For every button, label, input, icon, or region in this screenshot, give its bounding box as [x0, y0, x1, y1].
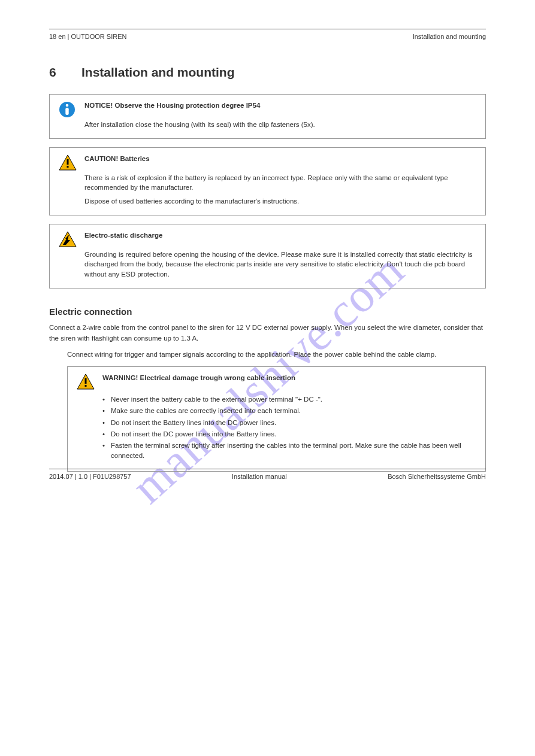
footer-right: Bosch Sicherheitssysteme GmbH: [388, 473, 486, 480]
list-item: Make sure the cables are correctly inser…: [102, 406, 477, 416]
section-title: 6Installation and mounting: [49, 65, 486, 80]
esd-box: Electro-static discharge Grounding is re…: [49, 224, 486, 289]
list-item: Do not insert the DC power lines into th…: [102, 429, 477, 439]
section-number: 6: [49, 65, 81, 80]
header-right: Installation and mounting: [413, 33, 486, 40]
warning-box-electrical: WARNING! Electrical damage trough wrong …: [67, 366, 486, 472]
footer-left: 2014.07 | 1.0 | F01U298757: [49, 473, 131, 480]
header-rule: [49, 29, 486, 29]
warning-list: Never insert the battery cable to the ex…: [102, 394, 477, 462]
caution-triangle-icon: [58, 154, 78, 172]
list-item: Never insert the battery cable to the ex…: [102, 394, 477, 405]
para-1: Connect a 2-wire cable from the control …: [49, 323, 486, 344]
footer-center: Installation manual: [232, 473, 287, 480]
svg-rect-9: [85, 385, 87, 387]
caution-line-1: There is a risk of explosion if the batt…: [84, 173, 477, 193]
svg-rect-2: [65, 108, 68, 115]
caution-box-batteries: CAUTION! Batteries There is a risk of ex…: [49, 147, 486, 215]
footer-rule: [49, 469, 486, 469]
svg-rect-5: [67, 166, 69, 168]
list-item: Fasten the terminal screw tightly after …: [102, 441, 477, 462]
subheading-electric: Electric connection: [49, 306, 486, 317]
svg-rect-8: [85, 378, 87, 384]
para-2: Connect wiring for trigger and tamper si…: [67, 350, 486, 360]
svg-rect-4: [67, 159, 69, 165]
caution-title: CAUTION! Batteries: [84, 154, 150, 164]
notice-title: NOTICE! Observe the Housing protection d…: [84, 101, 260, 111]
notice-box-ip54: NOTICE! Observe the Housing protection d…: [49, 94, 486, 139]
info-icon: [58, 101, 78, 119]
svg-point-1: [66, 104, 69, 107]
warning-triangle-icon: [76, 373, 96, 391]
header-left: 18 en | OUTDOOR SIREN: [49, 33, 126, 40]
esd-title: Electro-static discharge: [84, 230, 162, 241]
page-content: 18 en | OUTDOOR SIREN Installation and m…: [0, 0, 535, 504]
esd-body: Grounding is required before opening the…: [84, 250, 477, 280]
page-header: 18 en | OUTDOOR SIREN Installation and m…: [49, 29, 486, 40]
notice-body: After installation close the housing (wi…: [84, 120, 477, 130]
list-item: Do not insert the Battery lines into the…: [102, 418, 477, 428]
page-footer: 2014.07 | 1.0 | F01U298757 Installation …: [49, 469, 486, 480]
warning-title: WARNING! Electrical damage trough wrong …: [102, 373, 295, 383]
esd-triangle-icon: [58, 230, 78, 248]
caution-line-2: Dispose of used batteries according to t…: [84, 196, 477, 207]
